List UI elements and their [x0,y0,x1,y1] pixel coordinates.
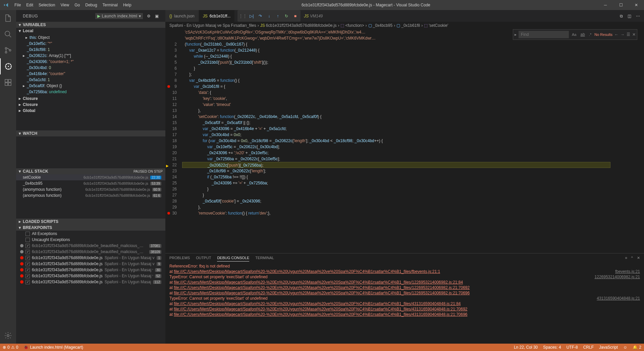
variable-row[interactable]: _0x5a1cfd: 1 [16,77,165,83]
find-prev-icon[interactable]: ← [614,32,619,37]
minimap[interactable] [610,29,644,253]
minimize-button[interactable]: ─ [598,0,613,10]
match-case-icon[interactable]: Aa [571,33,577,37]
variable-row[interactable]: _0x30c4bd: 0 [16,65,165,71]
tab-problems[interactable]: PROBLEMS [169,256,190,261]
tab-debug-console[interactable]: DEBUG CONSOLE [217,256,249,261]
variable-row[interactable]: ▸ _0x5caf0f: Object {} [16,83,165,89]
expand-replace-icon[interactable]: ▸ [515,32,517,37]
scope-closure2[interactable]: ▸Closure [16,102,165,108]
variable-row[interactable]: _0x416b4e: "counter" [16,71,165,77]
breakpoint-row[interactable]: 6cb1e31ff2f343a9d576d889bfcbde0e.jsSpafo… [16,261,165,267]
menu-view[interactable]: View [58,0,72,10]
stop-icon[interactable]: ■ [291,12,299,20]
gutter[interactable]: 2345678910111213141516171819202122▶23242… [165,29,182,253]
find-next-icon[interactable]: → [621,32,625,37]
open-changes-icon[interactable]: ⧉ [620,14,623,18]
search-icon[interactable] [0,26,16,42]
bc-var3[interactable]: ⬚ 'setCookie' [424,23,448,28]
split-editor-icon[interactable]: ◫ [628,14,631,18]
regex-icon[interactable]: .* [588,33,592,37]
console-icon[interactable]: ▣ [155,14,159,18]
section-breakpoints[interactable]: ▾BREAKPOINTS [16,225,165,231]
debug-console-output[interactable]: ReferenceError: fbq is not definedfbeven… [165,264,644,344]
breakpoint-row[interactable]: 6cb1e31ff2f343a9d576d889bfcbde0e.jsSpafo… [16,279,165,285]
variable-row[interactable]: _0x10ef5c: "*" [16,41,165,47]
bc-var1[interactable]: ▢ _0x4bcb95 [368,23,393,28]
continue-icon[interactable]: ▷| [248,12,256,20]
drag-handle-icon[interactable]: ⋮⋮ [239,12,247,20]
more-actions-icon[interactable]: ⋯ [636,14,640,18]
breadcrumbs[interactable]: Spafoni - En Uygun Masaj ve Spa Fırsatla… [165,22,644,29]
clear-console-icon[interactable]: ≡ [625,256,627,261]
maximize-button[interactable]: ☐ [613,0,629,10]
menu-debug[interactable]: Debug [83,0,100,10]
status-launch[interactable]: 🐞Launch index.html (Magecart) [21,344,86,351]
status-lncol[interactable]: Ln 22, Col 30 [511,345,540,350]
menu-selection[interactable]: Selection [36,0,58,10]
menu-file[interactable]: File [12,0,23,10]
breakpoint-row[interactable]: 6cb1e31ff2f343a9d576d889bfcbde0e_beautif… [16,249,165,255]
code-area[interactable]: 2345678910111213141516171819202122▶23242… [165,29,644,253]
variable-row[interactable]: _0x243096: "counter=1; *" [16,59,165,65]
close-button[interactable]: ✕ [629,0,644,10]
variable-row[interactable]: _0x7256ba: undefined [16,89,165,95]
find-input[interactable] [519,31,569,38]
callstack-frame[interactable]: _0x4bcb956cb1e31ff2f343a9d576d889bfcbde0… [16,180,165,186]
tab-output[interactable]: OUTPUT [196,256,211,261]
vm-source-label[interactable]: JSVM149 [301,10,326,22]
breakpoint-row[interactable]: 6cb1e31ff2f343a9d576d889bfcbde0e_beautif… [16,243,165,249]
callstack-frame[interactable]: (anonymous function)6cb1e31ff2f343a9d576… [16,186,165,192]
breakpoint-row[interactable]: 6cb1e31ff2f343a9d576d889bfcbde0e.jsSpafo… [16,267,165,273]
bp-all-exceptions[interactable]: All Exceptions [16,231,165,237]
step-out-icon[interactable]: ↑ [274,12,282,20]
step-over-icon[interactable]: ↷ [256,12,264,20]
tab-launch-json[interactable]: {}launch.json [165,10,199,22]
step-into-icon[interactable]: ↓ [265,12,273,20]
tab-active-file[interactable]: JS6cb1e31ff... [199,10,235,22]
breakpoint-row[interactable]: 6cb1e31ff2f343a9d576d889bfcbde0e.jsSpafo… [16,255,165,261]
scope-global[interactable]: ▸Global [16,108,165,114]
settings-icon[interactable] [0,328,16,344]
status-eol[interactable]: CRLF [581,345,596,350]
status-errors[interactable]: ⊗0 ⚠0 [0,344,21,351]
restart-icon[interactable]: ↻ [282,12,290,20]
extensions-icon[interactable] [0,74,16,91]
scope-closure1[interactable]: ▸Closure [16,96,165,102]
panel-maximize-icon[interactable]: ^ [631,256,633,261]
callstack-frame[interactable]: (anonymous function)6cb1e31ff2f343a9d576… [16,192,165,198]
bc-var2[interactable]: ▢ _0x1b61f8 [396,23,420,28]
variable-row[interactable]: _0x18cf98: 1 [16,47,165,53]
section-watch[interactable]: ▾WATCH [16,130,165,136]
explorer-icon[interactable] [0,10,16,26]
debug-icon[interactable] [0,58,16,74]
menu-edit[interactable]: Edit [23,0,36,10]
whole-word-icon[interactable]: ab [580,32,586,37]
bc-function[interactable]: ⬚ <function> [340,23,364,28]
status-encoding[interactable]: UTF-8 [564,345,581,350]
section-loaded-scripts[interactable]: ▸LOADED SCRIPTS [16,219,165,225]
section-callstack[interactable]: ▾CALL STACKPAUSED ON STEP [16,168,165,174]
launch-config-selector[interactable]: ▶ Launch index.html ▾ [95,13,143,19]
breakpoint-row[interactable]: 6cb1e31ff2f343a9d576d889bfcbde0e.jsSpafo… [16,273,165,279]
variable-row[interactable]: ▸ _0x20622c: Array(1) ["*"] [16,53,165,59]
panel-close-icon[interactable]: ✕ [637,256,640,261]
scm-icon[interactable] [0,42,16,58]
status-lang[interactable]: JavaScript [596,345,621,350]
status-feedback[interactable]: ☺ [621,345,630,350]
menu-help[interactable]: Help [120,0,134,10]
menu-terminal[interactable]: Terminal [100,0,120,10]
find-selection-icon[interactable]: ☰ [627,32,630,37]
bc-folder[interactable]: Spafoni - En Uygun Masaj ve Spa Fırsatla… [169,23,256,28]
tab-terminal[interactable]: TERMINAL [255,256,274,261]
menu-go[interactable]: Go [72,0,83,10]
code-content[interactable]: 'cSAzVcK3GsKpHlrCuWvCoRrDgRk=','OSgnwqRp… [182,29,610,253]
var-this[interactable]: ▸this: Object [16,35,165,41]
find-close-icon[interactable]: ✕ [632,32,636,37]
bc-file[interactable]: JS 6cb1e31ff2f343a9d576d889bfcbde0e.js [260,23,337,28]
scope-local[interactable]: ▾Local [16,28,165,34]
gear-icon[interactable]: ⚙ [147,14,151,18]
status-notifications[interactable]: 🔔2 [630,345,644,350]
bp-uncaught-exceptions[interactable]: Uncaught Exceptions [16,237,165,243]
status-spaces[interactable]: Spaces: 4 [540,345,564,350]
